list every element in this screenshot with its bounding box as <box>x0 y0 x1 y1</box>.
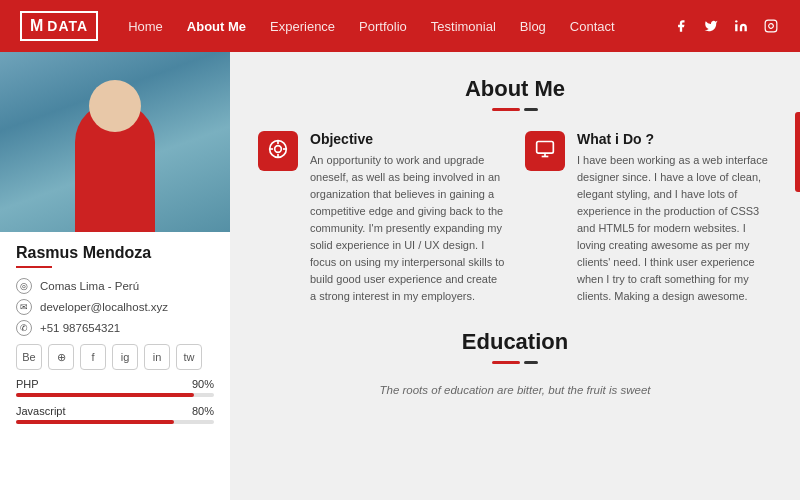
php-percent: 90% <box>192 378 214 390</box>
dribbble-icon[interactable]: ⊕ <box>48 344 74 370</box>
person-image <box>0 52 230 232</box>
whatido-title: What i Do ? <box>577 131 772 147</box>
php-skill: PHP 90% <box>16 378 214 397</box>
objective-body: Objective An opportunity to work and upg… <box>310 131 505 305</box>
instagram-icon[interactable] <box>762 17 780 35</box>
li-icon[interactable]: in <box>144 344 170 370</box>
php-bar-fill <box>16 393 194 397</box>
svg-point-4 <box>275 145 282 152</box>
logo-icon: M <box>30 17 43 35</box>
php-label: PHP <box>16 378 39 390</box>
about-cards: Objective An opportunity to work and upg… <box>258 131 772 305</box>
main-layout: Rasmus Mendoza ◎ Comas Lima - Perú ✉ dev… <box>0 52 800 500</box>
email-icon: ✉ <box>16 299 32 315</box>
nav-about[interactable]: About Me <box>187 19 246 34</box>
phone-text: +51 987654321 <box>40 322 120 334</box>
person-name: Rasmus Mendoza <box>16 244 214 262</box>
php-bar-bg <box>16 393 214 397</box>
behance-icon[interactable]: Be <box>16 344 42 370</box>
objective-title: Objective <box>310 131 505 147</box>
about-underline <box>258 108 772 111</box>
education-underline <box>258 361 772 364</box>
facebook-icon[interactable] <box>672 17 690 35</box>
sidebar: Rasmus Mendoza ◎ Comas Lima - Perú ✉ dev… <box>0 52 230 500</box>
nav-portfolio[interactable]: Portfolio <box>359 19 407 34</box>
whatido-icon-box <box>525 131 565 171</box>
whatido-body: What i Do ? I have been working as a web… <box>577 131 772 305</box>
navbar: M DATA Home About Me Experience Portfoli… <box>0 0 800 52</box>
logo-text: DATA <box>47 18 88 34</box>
about-title: About Me <box>258 76 772 102</box>
location-icon: ◎ <box>16 278 32 294</box>
nav-blog[interactable]: Blog <box>520 19 546 34</box>
svg-rect-9 <box>537 141 554 153</box>
objective-icon-box <box>258 131 298 171</box>
js-bar-bg <box>16 420 214 424</box>
email-row: ✉ developer@localhost.xyz <box>16 299 214 315</box>
whatido-icon <box>535 139 555 164</box>
underline-red <box>492 108 520 111</box>
nav-experience[interactable]: Experience <box>270 19 335 34</box>
objective-text: An opportunity to work and upgrade onese… <box>310 152 505 305</box>
svg-rect-1 <box>765 20 777 32</box>
education-subtitle: The roots of education are bitter, but t… <box>258 384 772 396</box>
nav-testimonial[interactable]: Testimonial <box>431 19 496 34</box>
nav-links: Home About Me Experience Portfolio Testi… <box>128 19 672 34</box>
tw-icon[interactable]: tw <box>176 344 202 370</box>
php-label-row: PHP 90% <box>16 378 214 390</box>
objective-card: Objective An opportunity to work and upg… <box>258 131 505 305</box>
js-skill: Javascript 80% <box>16 405 214 424</box>
js-bar-fill <box>16 420 174 424</box>
email-text: developer@localhost.xyz <box>40 301 168 313</box>
underline-dark <box>524 108 538 111</box>
ig-icon[interactable]: ig <box>112 344 138 370</box>
nav-home[interactable]: Home <box>128 19 163 34</box>
js-label-row: Javascript 80% <box>16 405 214 417</box>
linkedin-icon[interactable] <box>732 17 750 35</box>
twitter-icon[interactable] <box>702 17 720 35</box>
phone-row: ✆ +51 987654321 <box>16 320 214 336</box>
phone-icon: ✆ <box>16 320 32 336</box>
svg-point-0 <box>735 20 737 22</box>
education-title: Education <box>258 329 772 355</box>
sidebar-content: Rasmus Mendoza ◎ Comas Lima - Perú ✉ dev… <box>0 232 230 444</box>
nav-contact[interactable]: Contact <box>570 19 615 34</box>
profile-photo <box>0 52 230 232</box>
js-label: Javascript <box>16 405 66 417</box>
nav-socials <box>672 17 780 35</box>
location-text: Comas Lima - Perú <box>40 280 139 292</box>
content-area: About Me Objective An opportunity to wor… <box>230 52 800 500</box>
whatido-card: What i Do ? I have been working as a web… <box>525 131 772 305</box>
edu-underline-red <box>492 361 520 364</box>
accent-bar <box>795 112 800 192</box>
education-section: Education The roots of education are bit… <box>258 329 772 396</box>
objective-icon <box>268 139 288 164</box>
logo[interactable]: M DATA <box>20 11 98 41</box>
edu-underline-dark <box>524 361 538 364</box>
location-row: ◎ Comas Lima - Perú <box>16 278 214 294</box>
social-links: Be ⊕ f ig in tw <box>16 344 214 370</box>
name-underline <box>16 266 52 268</box>
js-percent: 80% <box>192 405 214 417</box>
fb-icon[interactable]: f <box>80 344 106 370</box>
whatido-text: I have been working as a web interface d… <box>577 152 772 305</box>
